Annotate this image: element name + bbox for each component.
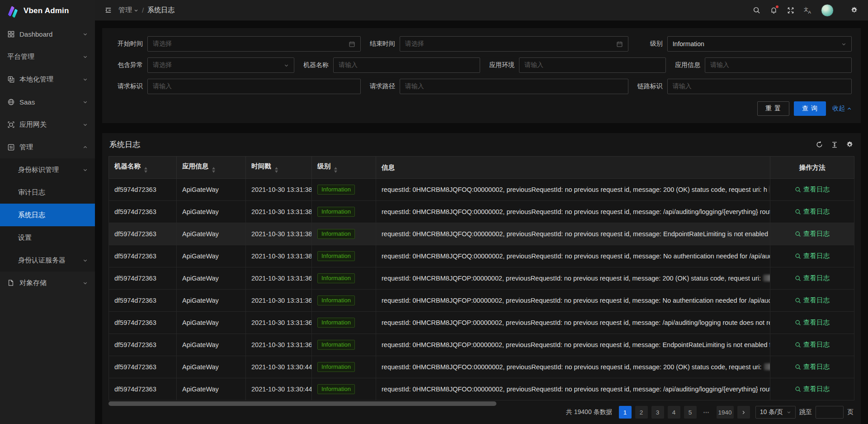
text-input[interactable]: 请输入 bbox=[667, 79, 852, 94]
log-table-body: df5974d72363ApiGateWay2021-10-30 13:31:3… bbox=[109, 179, 854, 400]
text-input[interactable]: 请输入 bbox=[333, 57, 480, 73]
column-header-3[interactable]: 时间戳 bbox=[246, 157, 312, 179]
message-cell: requestId: 0HMCRBM8JQFOP:00000002, previ… bbox=[376, 312, 770, 334]
view-log-link[interactable]: 查看日志 bbox=[795, 274, 830, 282]
select-input[interactable]: Information bbox=[667, 36, 852, 52]
table-row: df5974d72363ApiGateWay2021-10-30 13:31:3… bbox=[109, 312, 854, 334]
sidebar-item-dashboard[interactable]: Dashboard bbox=[0, 23, 95, 45]
sort-icon[interactable] bbox=[212, 167, 216, 173]
view-log-link[interactable]: 查看日志 bbox=[795, 229, 830, 238]
action-cell: 查看日志 bbox=[770, 201, 854, 223]
sidebar-item-localization-management[interactable]: 本地化管理 bbox=[0, 68, 95, 91]
user-avatar[interactable] bbox=[821, 4, 834, 17]
sidebar-item-system-log[interactable]: 系统日志 bbox=[0, 204, 95, 226]
text-input[interactable]: 请输入 bbox=[705, 57, 852, 73]
sort-icon[interactable] bbox=[144, 167, 148, 173]
page-button-1940[interactable]: 1940 bbox=[717, 406, 734, 419]
machine-name-cell: df5974d72363 bbox=[109, 290, 177, 312]
notification-bell-icon[interactable] bbox=[766, 3, 781, 18]
level-badge: Information bbox=[317, 318, 355, 328]
page-button-1[interactable]: 1 bbox=[619, 406, 632, 419]
column-header-1[interactable]: 机器名称 bbox=[109, 157, 177, 179]
jump-to-page-input[interactable] bbox=[816, 406, 844, 419]
refresh-icon[interactable] bbox=[816, 141, 823, 148]
sidebar-item-settings[interactable]: 设置 bbox=[0, 226, 95, 249]
column-header-label: 操作方法 bbox=[799, 164, 826, 171]
machine-name-cell: df5974d72363 bbox=[109, 312, 177, 334]
sidebar-item-saas[interactable]: Saas bbox=[0, 91, 95, 113]
view-log-link[interactable]: 查看日志 bbox=[795, 207, 830, 216]
level-badge: Information bbox=[317, 295, 355, 305]
level-cell: Information bbox=[312, 201, 376, 223]
translate-icon[interactable]: 文 A bbox=[800, 3, 816, 18]
date-picker-input[interactable]: 请选择 bbox=[147, 36, 361, 52]
view-log-link[interactable]: 查看日志 bbox=[795, 185, 830, 194]
localization-icon bbox=[7, 76, 15, 83]
search-icon[interactable] bbox=[749, 3, 764, 18]
select-input[interactable]: 请选择 bbox=[147, 57, 294, 73]
filter-field: 机器名称请输入 bbox=[297, 57, 480, 73]
sort-icon[interactable] bbox=[274, 167, 278, 173]
view-log-link[interactable]: 查看日志 bbox=[795, 318, 830, 327]
date-picker-input[interactable]: 请选择 bbox=[400, 36, 628, 52]
magnifier-icon bbox=[795, 386, 801, 392]
column-header-4[interactable]: 级别 bbox=[312, 157, 376, 179]
filter-field: 应用信息请输入 bbox=[669, 57, 852, 73]
filter-field: 级别Information bbox=[631, 36, 852, 52]
page-button-5[interactable]: 5 bbox=[684, 406, 697, 419]
level-badge: Information bbox=[317, 251, 355, 261]
sidebar-item-app-gateway[interactable]: 应用网关 bbox=[0, 113, 95, 136]
app-logo[interactable]: Vben Admin bbox=[0, 0, 95, 22]
level-cell: Information bbox=[312, 223, 376, 245]
column-settings-icon[interactable] bbox=[846, 141, 854, 148]
table-row: df5974d72363ApiGateWay2021-10-30 13:31:3… bbox=[109, 245, 854, 267]
sidebar-item-platform-management[interactable]: 平台管理 bbox=[0, 45, 95, 68]
field-placeholder: 请输入 bbox=[339, 61, 358, 69]
view-log-label: 查看日志 bbox=[803, 207, 830, 216]
view-log-link[interactable]: 查看日志 bbox=[795, 296, 830, 305]
page-ellipsis[interactable]: ••• bbox=[700, 406, 713, 419]
gateway-icon bbox=[7, 121, 15, 129]
page-size-select[interactable]: 10 条/页 bbox=[755, 406, 796, 419]
horizontal-scrollbar-thumb[interactable] bbox=[108, 401, 496, 406]
fullscreen-icon[interactable] bbox=[783, 3, 798, 18]
page-button-2[interactable]: 2 bbox=[635, 406, 648, 419]
level-cell: Information bbox=[312, 312, 376, 334]
field-label: 开始时间 bbox=[111, 40, 147, 48]
next-page-button[interactable] bbox=[737, 406, 750, 419]
message-text: requestId: 0HMCRBM8JQFOQ:00000002, previ… bbox=[382, 208, 770, 215]
timestamp-cell: 2021-10-30 13:31:38 bbox=[246, 201, 312, 223]
sidebar-item-object-storage[interactable]: 对象存储 bbox=[0, 272, 95, 294]
column-header-label: 级别 bbox=[317, 162, 330, 170]
text-input[interactable]: 请输入 bbox=[147, 79, 361, 94]
sidebar-item-management[interactable]: 管理 bbox=[0, 136, 95, 158]
text-input[interactable]: 请输入 bbox=[400, 79, 628, 94]
log-table-panel: 系统日志 bbox=[102, 133, 861, 424]
log-table: 机器名称应用信息时间戳级别信息操作方法 df5974d72363ApiGateW… bbox=[108, 156, 854, 400]
column-header-2[interactable]: 应用信息 bbox=[177, 157, 246, 179]
text-input[interactable]: 请输入 bbox=[519, 57, 666, 73]
level-cell: Information bbox=[312, 290, 376, 312]
row-height-icon[interactable] bbox=[831, 141, 838, 148]
sort-icon[interactable] bbox=[334, 167, 338, 173]
search-button[interactable]: 查 询 bbox=[794, 101, 826, 116]
sidebar-item-audit-log[interactable]: 审计日志 bbox=[0, 181, 95, 204]
reset-button[interactable]: 重 置 bbox=[757, 101, 789, 116]
sidebar-item-identity-management[interactable]: 身份标识管理 bbox=[0, 158, 95, 181]
page-button-3[interactable]: 3 bbox=[651, 406, 664, 419]
settings-gear-icon[interactable] bbox=[846, 3, 862, 18]
field-value: Information bbox=[673, 40, 704, 48]
menu-fold-icon[interactable] bbox=[100, 3, 116, 18]
view-log-link[interactable]: 查看日志 bbox=[795, 362, 830, 371]
action-cell: 查看日志 bbox=[770, 356, 854, 378]
collapse-filter-link[interactable]: 收起 bbox=[832, 105, 852, 113]
breadcrumb-parent[interactable]: 管理 bbox=[118, 6, 138, 14]
page-button-4[interactable]: 4 bbox=[668, 406, 680, 419]
sidebar-item-auth-server[interactable]: 身份认证服务器 bbox=[0, 249, 95, 272]
app-info-cell: ApiGateWay bbox=[177, 245, 246, 267]
pagination-total: 共 19400 条数据 bbox=[566, 408, 613, 416]
view-log-link[interactable]: 查看日志 bbox=[795, 385, 830, 393]
view-log-link[interactable]: 查看日志 bbox=[795, 340, 830, 349]
view-log-link[interactable]: 查看日志 bbox=[795, 252, 830, 260]
message-cell: requestId: 0HMCRBM8JQFOP:00000002, previ… bbox=[376, 334, 770, 356]
